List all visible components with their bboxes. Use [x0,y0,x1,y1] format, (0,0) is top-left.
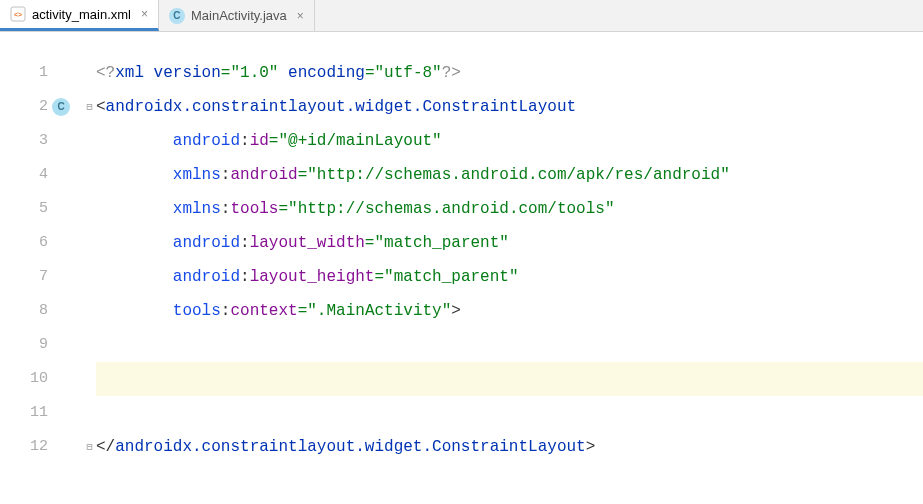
token: : [221,302,231,320]
token: android [230,166,297,184]
tab-activity-main[interactable]: <> activity_main.xml × [0,0,159,31]
token: xml version [115,64,221,82]
token: "1.0" [230,64,278,82]
code-line[interactable]: xmlns:android="http://schemas.android.co… [96,158,923,192]
line-number: 5 [0,192,48,226]
class-gutter-icon[interactable]: C [52,98,70,116]
line-number: 12 [0,430,48,464]
line-number: 9 [0,328,48,362]
fold-close-icon[interactable]: ⊟ [84,442,95,453]
token: = [221,64,231,82]
token: "@+id/mainLayout" [278,132,441,150]
token: layout_height [250,268,375,286]
token: xmlns [173,200,221,218]
code-line[interactable]: android:id="@+id/mainLayout" [96,124,923,158]
token: tools [173,302,221,320]
token: : [221,200,231,218]
token: = [298,166,308,184]
code-area[interactable]: <?xml version="1.0" encoding="utf-8"?>⊟<… [78,56,923,504]
tab-bar: <> activity_main.xml × C MainActivity.ja… [0,0,923,32]
token: "utf-8" [374,64,441,82]
token: > [586,438,596,456]
token: = [278,200,288,218]
code-line[interactable]: tools:context=".MainActivity"> [96,294,923,328]
token: > [451,302,461,320]
editor: 12C3456789101112 <?xml version="1.0" enc… [0,32,923,504]
code-line[interactable]: <?xml version="1.0" encoding="utf-8"?> [96,56,923,90]
code-line[interactable]: android:layout_height="match_parent" [96,260,923,294]
token: encoding [278,64,364,82]
code-line[interactable]: ⊟<androidx.constraintlayout.widget.Const… [96,90,923,124]
line-number: 2C [0,90,48,124]
token: < [96,98,106,116]
gutter: 12C3456789101112 [0,56,78,504]
line-number: 3 [0,124,48,158]
token: = [374,268,384,286]
token: android [173,234,240,252]
fold-open-icon[interactable]: ⊟ [84,102,95,113]
token: "match_parent" [384,268,518,286]
token: tools [230,200,278,218]
token: "http://schemas.android.com/apk/res/andr… [307,166,729,184]
token: androidx.constraintlayout.widget.Constra… [115,438,585,456]
token: "match_parent" [374,234,508,252]
token: androidx.constraintlayout.widget.Constra… [106,98,576,116]
close-icon[interactable]: × [297,9,304,23]
xml-file-icon: <> [10,6,26,22]
token: layout_width [250,234,365,252]
line-number: 7 [0,260,48,294]
code-line[interactable]: ⊟</androidx.constraintlayout.widget.Cons… [96,430,923,464]
token: = [269,132,279,150]
close-icon[interactable]: × [141,7,148,21]
code-line[interactable] [96,328,923,362]
token: id [250,132,269,150]
line-number: 1 [0,56,48,90]
token: : [240,132,250,150]
token: = [298,302,308,320]
code-line[interactable]: android:layout_width="match_parent" [96,226,923,260]
line-number: 4 [0,158,48,192]
token: : [240,268,250,286]
token: ?> [442,64,461,82]
token: android [173,268,240,286]
line-number: 6 [0,226,48,260]
tab-main-activity[interactable]: C MainActivity.java × [159,0,315,31]
token: xmlns [173,166,221,184]
token: android [173,132,240,150]
token: <? [96,64,115,82]
java-class-icon: C [169,8,185,24]
token: ".MainActivity" [307,302,451,320]
tab-label: MainActivity.java [191,8,287,23]
token: </ [96,438,115,456]
code-line[interactable] [96,362,923,396]
token: : [221,166,231,184]
token: context [230,302,297,320]
svg-text:<>: <> [14,11,22,18]
token: : [240,234,250,252]
line-number: 10 [0,362,48,396]
token: "http://schemas.android.com/tools" [288,200,614,218]
code-line[interactable]: xmlns:tools="http://schemas.android.com/… [96,192,923,226]
line-number: 8 [0,294,48,328]
line-number: 11 [0,396,48,430]
tab-label: activity_main.xml [32,7,131,22]
code-line[interactable] [96,396,923,430]
